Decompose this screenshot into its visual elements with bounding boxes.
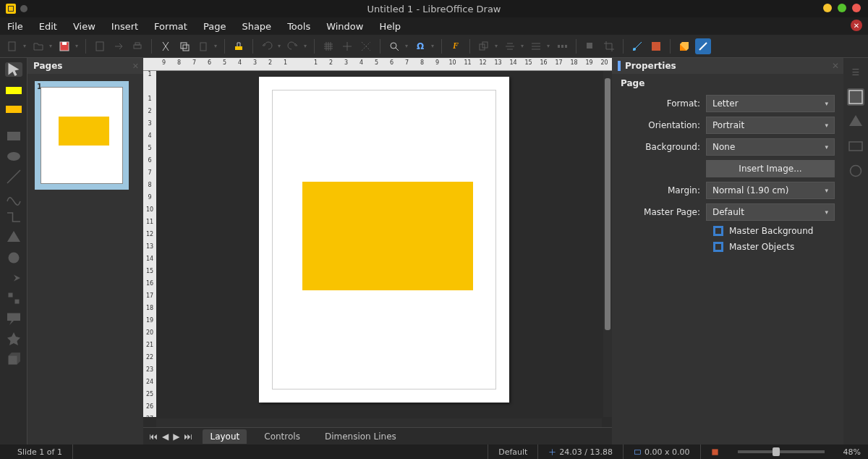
symbol-shapes-tool[interactable] — [5, 250, 22, 265]
page-thumbnail-1[interactable]: 1 — [35, 81, 129, 190]
vertical-scrollbar[interactable] — [603, 71, 612, 417]
curve-tool[interactable] — [5, 190, 22, 204]
margin-select[interactable]: Normal (1.90 cm)▾ — [706, 182, 835, 199]
background-select[interactable]: None▾ — [706, 138, 835, 156]
save-dropdown[interactable]: ▾ — [74, 43, 80, 49]
save-button[interactable] — [56, 38, 72, 54]
tab-layout[interactable]: Layout — [203, 429, 247, 444]
redo-dropdown[interactable]: ▾ — [302, 43, 308, 49]
undo-button[interactable] — [259, 38, 275, 54]
ellipse-tool[interactable] — [5, 149, 22, 164]
master-background-checkbox[interactable] — [713, 226, 723, 236]
properties-close[interactable]: ✕ — [832, 61, 839, 71]
next-page-button[interactable]: ▶ — [173, 431, 179, 442]
tab-dimension-lines[interactable]: Dimension Lines — [318, 429, 404, 444]
paste-dropdown[interactable]: ▾ — [213, 43, 218, 49]
menu-insert[interactable]: Insert — [111, 21, 138, 32]
canvas-viewport[interactable] — [156, 71, 612, 417]
open-dropdown[interactable]: ▾ — [48, 43, 54, 49]
arrow-shapes-tool[interactable] — [5, 271, 22, 285]
zoom-dropdown[interactable]: ▾ — [404, 43, 409, 49]
menu-window[interactable]: Window — [326, 21, 363, 32]
vertical-ruler[interactable]: 1123456789101112131415161718192021222324… — [143, 71, 156, 417]
menu-view[interactable]: View — [73, 21, 95, 32]
master-objects-checkbox[interactable] — [713, 242, 723, 252]
3d-tool[interactable] — [5, 352, 22, 366]
insert-image-button[interactable]: Insert Image... — [706, 160, 835, 177]
open-button[interactable] — [30, 38, 46, 54]
sidebar-settings-button[interactable]: ☰ — [847, 64, 864, 81]
horizontal-ruler[interactable]: 9876543211234567891011121314151617181920… — [143, 58, 612, 71]
menu-format[interactable]: Format — [154, 21, 187, 32]
zoom-slider[interactable] — [738, 450, 825, 453]
snap-guides-button[interactable] — [339, 38, 355, 54]
sidebar-tab-navigator[interactable] — [847, 162, 864, 180]
toggle-point-edit-button[interactable] — [629, 38, 645, 54]
minimize-button[interactable] — [823, 4, 832, 12]
toggle-extrusion-button[interactable] — [676, 38, 692, 54]
align-objects-button[interactable] — [502, 38, 518, 54]
new-doc-button[interactable] — [4, 38, 20, 54]
print-button[interactable] — [129, 38, 145, 54]
orientation-select[interactable]: Portrait▾ — [706, 117, 835, 134]
menu-edit[interactable]: Edit — [39, 21, 57, 32]
sidebar-tab-shapes[interactable] — [847, 113, 864, 130]
sidebar-tab-properties[interactable] — [847, 88, 864, 106]
line-color-swatch[interactable] — [6, 87, 22, 94]
status-zoom[interactable]: 48% — [833, 445, 861, 459]
gluepoints-button[interactable] — [648, 38, 664, 54]
new-doc-dropdown[interactable]: ▾ — [22, 43, 27, 49]
redo-button[interactable] — [285, 38, 301, 54]
first-page-button[interactable]: ⏮ — [149, 431, 158, 442]
copy-button[interactable] — [176, 38, 192, 54]
rectangle-tool[interactable] — [5, 129, 22, 143]
undo-dropdown[interactable]: ▾ — [276, 43, 282, 49]
close-window-button[interactable] — [852, 4, 861, 12]
prev-page-button[interactable]: ◀ — [162, 431, 169, 442]
crop-button[interactable] — [601, 38, 617, 54]
status-save-indicator[interactable] — [701, 445, 729, 459]
position-size-button[interactable] — [476, 38, 492, 54]
paste-button[interactable] — [195, 38, 211, 54]
menu-shape[interactable]: Shape — [242, 21, 271, 32]
line-tool[interactable] — [5, 169, 22, 184]
fontwork-button[interactable]: F — [448, 38, 464, 54]
align-dropdown[interactable]: ▾ — [519, 43, 525, 49]
select-tool[interactable] — [5, 62, 22, 77]
star-tool[interactable] — [5, 332, 22, 346]
drawing-page[interactable] — [259, 77, 509, 403]
menu-file[interactable]: File — [7, 21, 23, 32]
clone-format-button[interactable] — [231, 38, 247, 54]
zoom-slider-knob[interactable] — [773, 447, 780, 456]
horizontal-scrollbar[interactable] — [156, 418, 602, 427]
connector-tool[interactable] — [5, 210, 22, 224]
format-select[interactable]: Letter▾ — [706, 95, 835, 112]
zoom-button[interactable] — [386, 38, 402, 54]
basic-shapes-tool[interactable] — [5, 230, 22, 245]
cut-button[interactable] — [158, 38, 174, 54]
flowchart-tool[interactable] — [5, 291, 22, 306]
export-button[interactable] — [111, 38, 127, 54]
document-close-button[interactable]: ✕ — [851, 20, 862, 31]
helplines-button[interactable] — [358, 38, 374, 54]
arrange-button[interactable] — [528, 38, 544, 54]
arrange-dropdown[interactable]: ▾ — [545, 43, 551, 49]
last-page-button[interactable]: ⏭ — [184, 431, 192, 442]
callout-tool[interactable] — [5, 311, 22, 326]
special-char-dropdown[interactable]: ▾ — [430, 43, 435, 49]
maximize-button[interactable] — [838, 4, 846, 12]
fill-color-swatch[interactable] — [6, 106, 22, 113]
sidebar-tab-gallery[interactable] — [847, 138, 864, 155]
menu-help[interactable]: Help — [379, 21, 401, 32]
position-dropdown[interactable]: ▾ — [493, 43, 499, 49]
master-page-select[interactable]: Default▾ — [706, 203, 835, 221]
shadow-button[interactable] — [582, 38, 598, 54]
pages-panel-close[interactable]: ✕ — [132, 62, 139, 71]
export-pdf-button[interactable] — [92, 38, 108, 54]
distribute-button[interactable] — [554, 38, 570, 54]
grid-button[interactable] — [320, 38, 336, 54]
tab-controls[interactable]: Controls — [257, 429, 307, 444]
special-char-button[interactable]: Ω — [412, 38, 428, 54]
draw-functions-button[interactable] — [695, 38, 711, 54]
rectangle-shape[interactable] — [302, 182, 473, 290]
